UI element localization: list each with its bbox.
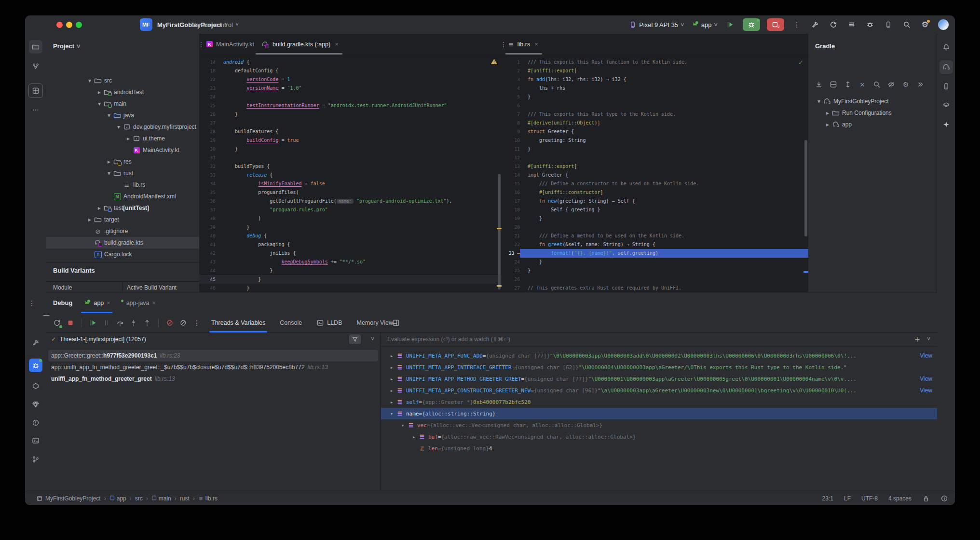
line-number[interactable]: 42 [199, 249, 216, 258]
layout-settings-icon[interactable] [390, 317, 402, 329]
settings-icon[interactable]: ⚙ [919, 19, 931, 30]
chevron-right-icon[interactable]: ▸ [95, 205, 103, 211]
tree-item-ui-theme[interactable]: ▸ui.theme [46, 133, 165, 144]
gradle-tree-item-run-configurations[interactable]: ▸Run Configurations [808, 107, 892, 119]
stack-frame[interactable]: uniffi_app_fn_method_greeter_greetlib.rs… [48, 373, 378, 385]
line-number[interactable]: 26 [502, 275, 520, 284]
tree-item-target[interactable]: ▸target [46, 214, 119, 225]
chevron-right-icon[interactable]: ▸ [105, 158, 113, 165]
view-tab-console[interactable]: Console [278, 313, 304, 332]
graphql-icon[interactable] [29, 379, 42, 393]
line-number[interactable]: 24 [199, 93, 216, 101]
code-area-rust[interactable]: 1/// This exports this Rust function to … [502, 55, 808, 292]
hide-icon[interactable] [885, 79, 897, 90]
line-number[interactable]: 18 [502, 206, 520, 214]
line-number[interactable]: 4 [502, 84, 520, 93]
resume-icon[interactable] [87, 317, 99, 329]
chevron-down-icon[interactable]: ▾ [86, 77, 94, 84]
line-number[interactable]: 23 [199, 84, 216, 93]
line-number[interactable]: 3 [502, 75, 520, 84]
gemini-icon[interactable] [939, 118, 953, 131]
gradle-icon[interactable] [939, 60, 953, 74]
line-number[interactable]: 12 [502, 153, 520, 162]
more-kebab-icon[interactable]: ⋮ [199, 39, 207, 50]
stack-frame[interactable]: app::Greeter::greet::h977f53e2900193c1li… [48, 350, 378, 361]
debug-tab-app[interactable]: app× [81, 292, 112, 313]
line-number[interactable]: 35 [199, 188, 216, 197]
variable-row-buf[interactable]: ▸buf = {alloc::raw_vec::RawVec<unsigned … [381, 431, 937, 443]
chevron-down-icon[interactable]: ▾ [399, 422, 407, 429]
tree-item-androidtest[interactable]: ▸androidTest [46, 86, 144, 98]
close-icon[interactable]: × [534, 41, 538, 48]
line-number[interactable]: 31 [199, 153, 216, 162]
line-number[interactable]: 29 [199, 136, 216, 145]
chevron-down-icon[interactable]: ▾ [388, 411, 395, 417]
line-number[interactable]: 22 [199, 75, 216, 84]
gradle-settings-icon[interactable]: ⚙ [900, 79, 912, 90]
view-breakpoints-icon[interactable] [164, 317, 176, 329]
line-number[interactable]: 27 [502, 284, 520, 292]
chevron-down-icon[interactable]: ˅ [927, 336, 930, 343]
breadcrumb-item-lib-rs[interactable]: ≡lib.rs [198, 495, 218, 502]
line-number[interactable]: 7 [502, 110, 520, 119]
app-inspection-icon[interactable] [864, 19, 876, 30]
stop-button[interactable]: 2 [767, 18, 784, 31]
gem-icon[interactable] [29, 398, 42, 411]
chevron-right-icon[interactable]: ▸ [388, 376, 395, 382]
find-icon[interactable] [871, 79, 883, 90]
code-area-gradle[interactable]: 14android {18 defaultConfig {22 versionC… [199, 55, 502, 292]
commit-icon[interactable] [29, 59, 42, 73]
view-link[interactable]: View [920, 375, 932, 382]
line-number[interactable]: 2 [502, 67, 520, 75]
view-tab-lldb[interactable]: LLDB [314, 313, 344, 332]
chevron-down-icon[interactable]: ▾ [95, 100, 103, 107]
tree-item-res[interactable]: ▸res [46, 156, 132, 167]
more-kebab-icon[interactable]: ⋮ [191, 317, 203, 329]
chevron-right-icon[interactable]: ▸ [388, 399, 395, 405]
problems-icon[interactable] [29, 416, 42, 429]
line-number[interactable]: 45 [199, 275, 216, 284]
line-number[interactable]: 25 [199, 101, 216, 110]
chevron-right-icon[interactable]: ▸ [824, 110, 831, 116]
line-number[interactable]: 14 [199, 58, 216, 67]
line-number[interactable]: 41 [199, 240, 216, 249]
line-number[interactable]: 34 [199, 180, 216, 188]
line-number[interactable]: 9 [502, 127, 520, 136]
close-window-button[interactable] [56, 22, 63, 28]
project-icon[interactable] [29, 40, 42, 54]
tree-item-build-gradle-kts[interactable]: build.gradle.kts [46, 237, 199, 249]
line-number[interactable]: 11 [502, 145, 520, 153]
logcat-icon[interactable] [846, 19, 858, 30]
line-number[interactable]: 22 [502, 240, 520, 249]
gradle-sync-icon[interactable] [828, 19, 839, 30]
breadcrumb-item-rust[interactable]: rust [180, 495, 190, 502]
line-number[interactable]: 5 [502, 93, 520, 101]
inspections-ok-icon[interactable]: ✓ [798, 59, 803, 66]
line-number[interactable]: 36 [199, 197, 216, 206]
project-panel-header[interactable]: Project˅ [53, 42, 81, 50]
layout-icon[interactable] [828, 79, 839, 90]
line-number[interactable]: 46 [199, 284, 216, 292]
step-out-icon[interactable] [141, 317, 153, 329]
close-icon[interactable]: × [152, 300, 156, 306]
line-number[interactable]: 38 [199, 214, 216, 223]
line-number[interactable]: 15 [502, 180, 520, 188]
breadcrumb-item-app[interactable]: app [109, 495, 126, 502]
gradle-tree-item-app[interactable]: ▸app [808, 119, 852, 130]
gradle-tree-item-myfirstgobleyproject[interactable]: ▾MyFirstGobleyProject [808, 96, 889, 107]
line-number[interactable]: 40 [199, 232, 216, 240]
chevron-right-icon[interactable]: ▸ [86, 216, 94, 223]
tree-item-main[interactable]: ▾main [46, 98, 126, 110]
chevron-right-icon[interactable]: ▸ [824, 121, 831, 128]
line-number[interactable]: 32 [199, 162, 216, 171]
chevron-down-icon[interactable]: ▾ [115, 124, 122, 130]
chevron-right-icon[interactable]: ▸ [124, 135, 132, 142]
tree-item-lib-rs[interactable]: ≡lib.rs [46, 179, 145, 191]
tab-build-gradle[interactable]: build.gradle.kts (:app) × [261, 34, 339, 55]
tab-mainactivity[interactable]: K MainActivity.kt [206, 34, 254, 55]
line-number[interactable]: 30 [199, 145, 216, 153]
view-link[interactable]: View [920, 352, 932, 359]
line-number[interactable]: 19 [502, 214, 520, 223]
encoding[interactable]: UTF-8 [861, 495, 878, 502]
run-configuration-selector[interactable]: app˅ [691, 21, 718, 28]
